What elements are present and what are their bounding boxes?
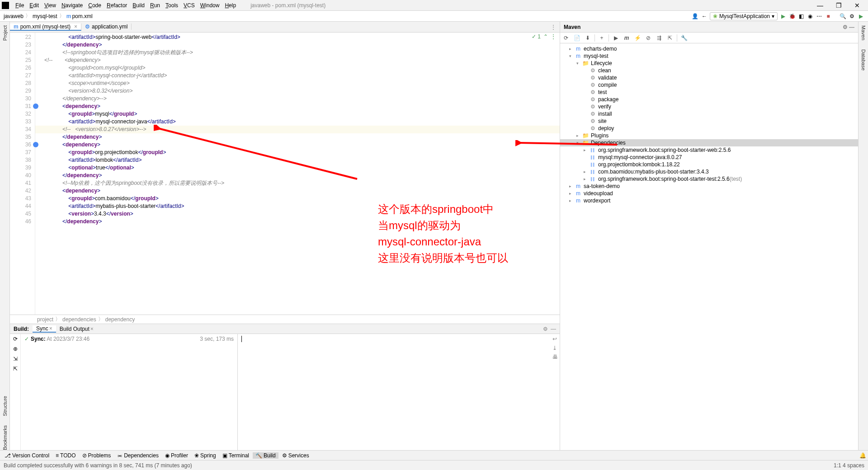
- build-sync-tree[interactable]: ✓Sync: At 2023/3/7 23:46 3 sec, 173 ms: [21, 334, 238, 450]
- user-icon[interactable]: 👤: [692, 13, 699, 20]
- tool-problems[interactable]: ⊘Problems: [80, 452, 114, 459]
- scroll-end-icon[interactable]: ⤓: [552, 345, 558, 351]
- menu-refactor[interactable]: Refactor: [104, 2, 130, 9]
- maven-run-icon[interactable]: ▶: [612, 34, 620, 42]
- breadcrumb-root[interactable]: javaweb: [4, 13, 24, 19]
- generate-icon[interactable]: 📄: [573, 34, 581, 42]
- menu-file[interactable]: File: [13, 2, 27, 9]
- download-icon[interactable]: ⬇: [584, 34, 592, 42]
- menu-edit[interactable]: Edit: [27, 2, 42, 9]
- database-tool-button[interactable]: Database: [861, 49, 866, 70]
- build-tab-output[interactable]: Build Output×: [56, 326, 97, 332]
- editor-tab[interactable]: mpom.xml (mysql-test)×: [10, 24, 81, 31]
- maven-tree-item[interactable]: ▸📁Plugins: [560, 132, 858, 139]
- skip-tests-icon[interactable]: ⊘: [644, 34, 652, 42]
- expand-icon[interactable]: ⇲: [13, 356, 18, 362]
- maven-tree-item[interactable]: ⚙compile: [560, 81, 858, 89]
- toggle-offline-icon[interactable]: ⚡: [633, 34, 642, 42]
- menu-help[interactable]: Help: [222, 2, 239, 9]
- maven-tree-item[interactable]: ∥∥org.projectlombok:lombok:1.18.22: [560, 161, 858, 168]
- menu-run[interactable]: Run: [147, 2, 163, 9]
- maven-tree-item[interactable]: ▸msa-token-demo: [560, 183, 858, 190]
- build-tab-sync[interactable]: Sync×: [33, 325, 56, 333]
- breadcrumb-file[interactable]: pom.xml: [72, 13, 92, 19]
- menu-view[interactable]: View: [42, 2, 59, 9]
- structure-tool-button[interactable]: Structure: [2, 396, 8, 416]
- tool-build[interactable]: 🔨Build: [253, 452, 278, 459]
- profile-button[interactable]: ◉: [807, 13, 814, 20]
- maven-tree-item[interactable]: ⚙clean: [560, 67, 858, 74]
- maven-tree-item[interactable]: ▸∥∥org.springframework.boot:spring-boot-…: [560, 175, 858, 183]
- bookmarks-tool-button[interactable]: Bookmarks: [2, 425, 8, 450]
- build-output-area[interactable]: ↩ ⤓ 🖶: [238, 334, 560, 450]
- menu-window[interactable]: Window: [198, 2, 222, 9]
- maven-tree-item[interactable]: ▾📁Dependencies: [560, 139, 858, 146]
- editor-inspection-status[interactable]: ✓ 1 ⌃ ⋮: [532, 33, 556, 40]
- notifications-icon[interactable]: 🔔: [859, 452, 866, 459]
- menu-code[interactable]: Code: [85, 2, 104, 9]
- maven-tree-item[interactable]: ⚙test: [560, 89, 858, 96]
- attach-button[interactable]: ⋯: [816, 13, 823, 20]
- breadcrumb-module[interactable]: mysql-test: [33, 13, 57, 19]
- refresh-icon[interactable]: ⟳: [13, 336, 18, 342]
- close-icon[interactable]: ✕: [852, 2, 863, 9]
- debug-button[interactable]: 🐞: [788, 13, 796, 20]
- maven-tree-item[interactable]: ▾📁Lifecycle: [560, 60, 858, 67]
- maven-tree-item[interactable]: ▸∥∥com.baomidou:mybatis-plus-boot-starte…: [560, 168, 858, 175]
- back-icon[interactable]: ←: [701, 13, 708, 20]
- menu-navigate[interactable]: Navigate: [59, 2, 85, 9]
- menu-vcs[interactable]: VCS: [181, 2, 198, 9]
- run-anything-icon[interactable]: ▶: [857, 13, 864, 20]
- maven-tree-item[interactable]: ▸mecharts-demo: [560, 45, 858, 52]
- maven-wrench-icon[interactable]: 🔧: [680, 34, 688, 42]
- maven-tree-item[interactable]: ▾mmysql-test: [560, 52, 858, 60]
- menu-tools[interactable]: Tools: [163, 2, 181, 9]
- search-icon[interactable]: 🔍: [839, 13, 846, 20]
- maven-tree-item[interactable]: ⚙verify: [560, 103, 858, 110]
- maven-tree-item[interactable]: ∥∥mysql:mysql-connector-java:8.0.27: [560, 154, 858, 161]
- coverage-button[interactable]: ◧: [797, 13, 805, 20]
- print-icon[interactable]: 🖶: [552, 354, 558, 360]
- maven-tree-item[interactable]: ▸mwordexport: [560, 197, 858, 204]
- collapse-icon[interactable]: ⇱: [13, 366, 18, 372]
- add-icon[interactable]: +: [598, 34, 606, 42]
- tool-version-control[interactable]: ⎇Version Control: [2, 452, 52, 459]
- maven-tree-item[interactable]: ⚙site: [560, 118, 858, 125]
- minimize-icon[interactable]: —: [814, 2, 826, 9]
- maven-tree-item[interactable]: ⚙package: [560, 96, 858, 103]
- reload-icon[interactable]: ⟳: [562, 34, 570, 42]
- editor-tab[interactable]: ⚙application.yml: [81, 24, 132, 30]
- execute-icon[interactable]: m: [623, 34, 631, 42]
- maximize-icon[interactable]: ❐: [833, 2, 844, 9]
- maven-tree[interactable]: ▸mecharts-demo▾mmysql-test▾📁Lifecycle⚙cl…: [560, 43, 858, 450]
- tool-todo[interactable]: ≡TODO: [53, 452, 78, 459]
- dependencies-icon[interactable]: ⇶: [655, 34, 663, 42]
- maven-tree-item[interactable]: ⚙validate: [560, 74, 858, 81]
- maven-settings-icon[interactable]: ⚙ —: [843, 24, 854, 30]
- collapse-all-icon[interactable]: ⇱: [666, 34, 674, 42]
- settings-icon[interactable]: ⚙: [848, 13, 855, 20]
- tool-dependencies[interactable]: ⫘Dependencies: [114, 452, 161, 459]
- tool-services[interactable]: ⚙Services: [279, 452, 312, 459]
- build-hide-icon[interactable]: —: [551, 326, 556, 332]
- tool-spring[interactable]: ❀Spring: [192, 452, 219, 459]
- maven-tree-item[interactable]: ⚙deploy: [560, 125, 858, 132]
- maven-tree-item[interactable]: ⚙install: [560, 110, 858, 118]
- tab-options-icon[interactable]: ⋮: [547, 24, 560, 30]
- menu-build[interactable]: Build: [130, 2, 147, 9]
- code-content[interactable]: <artifactId>spring-boot-starter-web</art…: [35, 33, 560, 315]
- run-config-dropdown[interactable]: ❀ MysqlTestApplication ▾: [710, 12, 778, 20]
- soft-wrap-icon[interactable]: ↩: [552, 336, 558, 342]
- run-button[interactable]: ▶: [779, 13, 787, 20]
- maven-tree-item[interactable]: ▸mvideoupload: [560, 190, 858, 197]
- tool-terminal[interactable]: ▣Terminal: [220, 452, 252, 459]
- code-editor[interactable]: 2223242526272829303132333435363738394041…: [10, 33, 560, 315]
- stop-button[interactable]: ■: [825, 13, 832, 20]
- target-icon[interactable]: ⊕: [13, 346, 18, 352]
- build-settings-icon[interactable]: ⚙: [543, 326, 548, 332]
- maven-tree-item[interactable]: ▸∥∥org.springframework.boot:spring-boot-…: [560, 146, 858, 154]
- status-right[interactable]: 1:1 4 spaces: [834, 462, 864, 469]
- tool-profiler[interactable]: ◉Profiler: [162, 452, 191, 459]
- project-tool-button[interactable]: Project: [2, 25, 8, 41]
- maven-tool-button[interactable]: Maven: [861, 25, 866, 40]
